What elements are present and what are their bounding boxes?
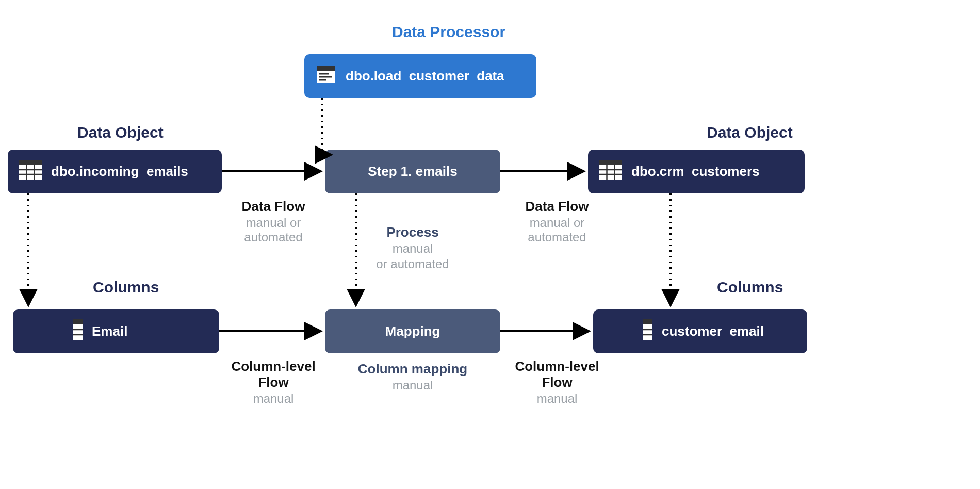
node-data-processor: dbo.load_customer_data (304, 54, 536, 98)
table-icon (19, 160, 42, 183)
label-process-sub1: manual (366, 241, 459, 256)
label-col-mapping-sub: manual (346, 378, 480, 393)
node-step-label: Step 1. emails (368, 164, 457, 180)
svg-rect-4 (319, 79, 326, 81)
node-source-column-label: Email (92, 323, 127, 339)
svg-rect-18 (73, 319, 83, 324)
svg-rect-12 (599, 160, 622, 165)
label-col-flow-left-title: Column-level Flow (222, 358, 325, 390)
label-data-flow-right: Data Flow manual or automated (505, 199, 609, 244)
node-dest-table: dbo.crm_customers (588, 150, 805, 193)
node-dest-table-label: dbo.crm_customers (631, 164, 760, 180)
label-col-flow-left: Column-level Flow manual (222, 358, 325, 406)
node-source-table: dbo.incoming_emails (8, 150, 222, 193)
document-lines-icon (316, 64, 336, 88)
node-source-column: Email (13, 309, 219, 353)
label-data-flow-right-sub: manual or automated (505, 216, 609, 244)
label-col-flow-right-sub: manual (505, 392, 609, 406)
label-col-mapping-title: Column mapping (346, 361, 480, 377)
label-col-flow-left-sub: manual (222, 392, 325, 406)
table-icon (599, 160, 622, 183)
heading-columns-right: Columns (717, 279, 783, 296)
svg-rect-6 (19, 160, 42, 165)
node-source-table-label: dbo.incoming_emails (51, 164, 188, 180)
node-dest-column: customer_email (593, 309, 807, 353)
svg-rect-1 (317, 66, 335, 71)
label-data-flow-left-title: Data Flow (222, 199, 325, 215)
node-mapping-label: Mapping (385, 323, 440, 339)
svg-rect-3 (319, 76, 332, 78)
node-dest-column-label: customer_email (662, 323, 764, 339)
column-icon (73, 319, 83, 344)
label-col-flow-right: Column-level Flow manual (505, 358, 609, 406)
node-mapping: Mapping (325, 309, 500, 353)
label-process-title: Process (366, 224, 459, 240)
label-col-mapping: Column mapping manual (346, 361, 480, 393)
heading-data-processor: Data Processor (392, 23, 505, 41)
label-data-flow-left-sub: manual or automated (222, 216, 325, 244)
diagram-canvas: Data Processor Data Object Data Object C… (0, 0, 980, 489)
svg-rect-2 (319, 73, 329, 75)
node-data-processor-label: dbo.load_customer_data (346, 68, 504, 84)
label-process-sub2: or automated (366, 257, 459, 271)
label-data-flow-left: Data Flow manual or automated (222, 199, 325, 244)
heading-columns-left: Columns (93, 279, 159, 296)
label-data-flow-right-title: Data Flow (505, 199, 609, 215)
svg-rect-22 (643, 319, 652, 324)
heading-data-object-left: Data Object (77, 124, 164, 141)
label-col-flow-right-title: Column-level Flow (505, 358, 609, 390)
column-icon (643, 319, 652, 344)
heading-data-object-right: Data Object (707, 124, 793, 141)
label-process: Process manual or automated (366, 224, 459, 271)
node-step: Step 1. emails (325, 150, 500, 193)
